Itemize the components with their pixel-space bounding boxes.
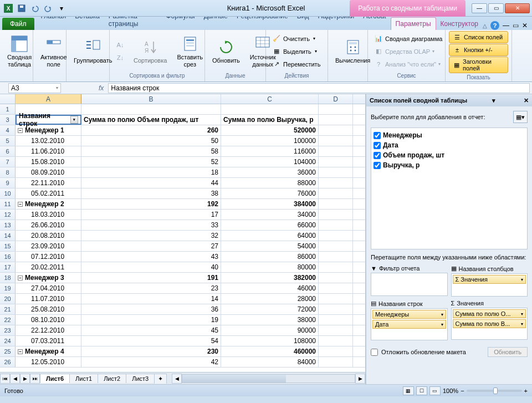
undo-icon[interactable] [29,2,41,14]
row-header[interactable]: 14 [0,231,16,241]
field-checkbox[interactable] [374,142,381,149]
table-row[interactable]: 11−Менеджер 2192384000 [0,199,365,210]
update-button[interactable]: Обновить [488,347,528,357]
active-field-button[interactable]: Активное поле [37,33,71,69]
row-header[interactable]: 26 [0,357,16,367]
field-headers-button[interactable]: ▦Заголовки полей [449,57,508,73]
row-header[interactable]: 13 [0,220,16,230]
row-header[interactable]: 20 [0,294,16,304]
table-row[interactable]: 2322.12.20104590000 [0,325,365,336]
area-values[interactable]: Сумма по полю О...▾Сумма по полю В...▾ [451,308,528,340]
sort-button[interactable]: AЯСортировка [130,37,171,65]
field-list-button[interactable]: ☰Список полей [449,31,508,43]
collapse-icon[interactable]: − [18,128,23,133]
table-row[interactable]: 4−Менеджер 1260520000 [0,125,365,136]
whatif-button[interactable]: ?Анализ "что если"▾ [371,58,445,70]
sheet-tab-Лист1[interactable]: Лист1 [69,374,98,383]
row-header[interactable]: 21 [0,304,16,314]
col-header-a[interactable]: A [16,94,81,104]
row-header[interactable]: 23 [0,325,16,335]
minimize-ribbon-icon[interactable]: △ [483,23,487,29]
insert-slicer-button[interactable]: Вставить срез [173,33,207,69]
row-header[interactable]: 10 [0,188,16,198]
table-row[interactable]: 2612.05.20104284000 [0,357,365,368]
zoom-slider[interactable] [467,390,522,392]
collapse-icon[interactable]: − [18,276,23,280]
pane-dropdown-icon[interactable]: ▾ [492,97,495,104]
tab-designer[interactable]: Конструктор [436,18,483,30]
fx-icon[interactable]: fx [94,84,108,92]
sheet-tab-Лист2[interactable]: Лист2 [98,374,126,383]
help-icon[interactable]: ? [490,21,499,30]
zoom-out-button[interactable]: − [461,387,464,394]
table-row[interactable]: 1005.02.20113876000 [0,188,365,199]
row-labels-filter-icon[interactable]: ▾ [70,116,78,124]
horizontal-scrollbar[interactable]: ◀▶ [172,374,365,383]
sheet-nav-first[interactable]: ⏮ [0,374,10,384]
area-item[interactable]: Σ Значения▾ [453,275,526,284]
row-header[interactable]: 12 [0,210,16,220]
table-row[interactable]: 18−Менеджер 3191382000 [0,273,365,283]
row-header[interactable]: 5 [0,136,16,146]
row-header[interactable]: 1 [0,104,16,114]
table-row[interactable]: 611.06.201058116000 [0,146,365,157]
row-header[interactable]: 22 [0,315,16,325]
area-item[interactable]: Менеджеры▾ [372,310,446,319]
row-header[interactable]: 6 [0,146,16,156]
doc-minimize-icon[interactable]: — [503,22,509,29]
doc-close-icon[interactable]: ✕ [522,22,528,29]
area-item[interactable]: Сумма по полю В...▾ [453,319,526,328]
row-header[interactable]: 18 [0,273,16,283]
save-icon[interactable] [16,2,28,14]
view-page-layout-button[interactable]: ☐ [416,386,427,395]
collapse-icon[interactable]: − [18,349,23,354]
row-header[interactable]: 24 [0,336,16,346]
sheet-nav-prev[interactable]: ◀ [10,374,20,384]
row-header[interactable]: 17 [0,262,16,272]
field-checkbox[interactable] [374,132,381,139]
row-header[interactable]: 25 [0,346,16,356]
table-row[interactable]: 25−Менеджер 4230460000 [0,346,365,357]
select-all-corner[interactable] [0,94,16,104]
pane-layout-button[interactable]: ▦▾ [513,111,528,123]
row-header[interactable]: 8 [0,167,16,177]
redo-icon[interactable] [42,2,54,14]
table-row[interactable]: 2011.07.20101428000 [0,294,365,304]
row-header[interactable]: 19 [0,283,16,293]
table-row[interactable]: 1927.04.20102346000 [0,283,365,294]
field-list[interactable]: МенеджерыДатаОбъем продаж, штВыручка, р [371,127,528,249]
zoom-level[interactable]: 100% [443,387,458,394]
sheet-tab-Лист3[interactable]: Лист3 [126,374,155,383]
table-row[interactable]: 1420.08.20103264000 [0,231,365,241]
sheet-nav-last[interactable]: ⏭ [30,374,40,384]
pivot-chart-button[interactable]: 📊Сводная диаграмма [371,33,445,45]
view-page-break-button[interactable]: ▭ [429,386,441,395]
data-source-button[interactable]: Источник данных [246,33,280,69]
area-report-filter[interactable] [371,273,448,296]
row-header[interactable]: 9 [0,178,16,188]
group-button[interactable]: Группировать [70,37,116,65]
row-header[interactable]: 16 [0,252,16,262]
row-header[interactable]: 4 [0,125,16,135]
collapse-icon[interactable]: − [18,202,23,207]
view-normal-button[interactable]: ▦ [403,386,414,395]
table-row[interactable]: 808.09.20101836000 [0,167,365,178]
buttons-pm-button[interactable]: ±Кнопки +/- [449,44,508,56]
area-row-labels[interactable]: Менеджеры▾Дата▾ [371,308,448,340]
table-row[interactable]: 513.02.201050100000 [0,136,365,146]
sheet-nav-next[interactable]: ▶ [20,374,30,384]
table-row[interactable]: 1523.09.20102754000 [0,241,365,252]
pivot-table-button[interactable]: Сводная таблица [3,33,35,69]
area-item[interactable]: Сумма по полю О...▾ [453,309,526,318]
doc-restore-icon[interactable]: ▭ [513,22,519,29]
field-item[interactable]: Выручка, р [374,160,525,170]
zoom-in-button[interactable]: + [524,387,528,394]
field-item[interactable]: Дата [374,140,525,150]
table-row[interactable]: 3Названия строк▾Сумма по полю Объем прод… [0,115,365,125]
pane-close-icon[interactable]: ✕ [524,97,529,104]
minimize-button[interactable]: — [472,3,487,13]
file-tab[interactable]: Файл [2,18,34,30]
defer-checkbox[interactable] [371,349,378,356]
row-header[interactable]: 11 [0,199,16,209]
field-item[interactable]: Объем продаж, шт [374,150,525,160]
